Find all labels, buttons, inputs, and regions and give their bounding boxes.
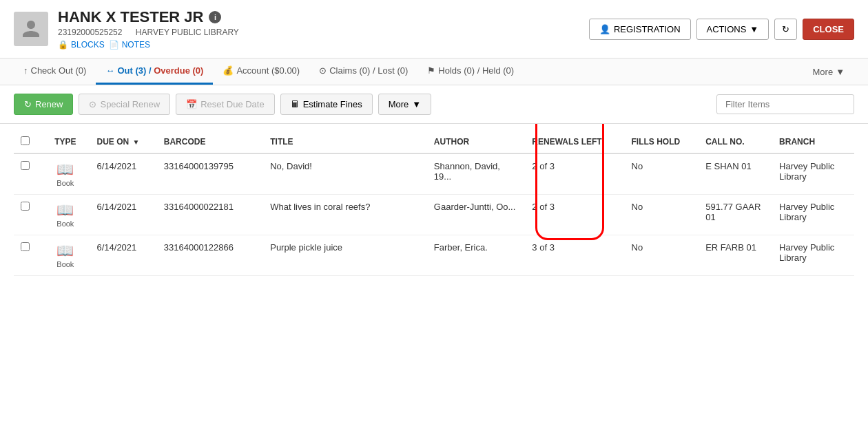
patron-links: 🔒 BLOCKS 📄 NOTES — [58, 40, 589, 50]
book-icon: 📖 — [56, 161, 74, 178]
row-barcode: 33164000139795 — [157, 153, 263, 195]
col-header-title: TITLE — [263, 131, 427, 153]
row-call: ER FARB 01 — [699, 235, 772, 276]
checkout-icon: ↑ — [23, 65, 28, 76]
col-header-branch: BRANCH — [772, 131, 854, 153]
row-author: Farber, Erica. — [427, 235, 526, 276]
nav-tabs: ↑ Check Out (0) ↔ Out (3) / Overdue (0) … — [0, 58, 868, 85]
actions-button[interactable]: ACTIONS ▼ — [696, 19, 769, 40]
notes-icon: 📄 — [109, 40, 119, 50]
type-label: Book — [56, 179, 74, 187]
patron-name-text: HANK X TESTER JR — [58, 8, 203, 26]
filter-input[interactable] — [716, 94, 854, 114]
col-header-call: CALL NO. — [699, 131, 772, 153]
patron-sub: 23192000525252 HARVEY PUBLIC LIBRARY — [58, 28, 589, 37]
row-fills: No — [625, 235, 699, 276]
items-table-wrapper: TYPE DUE ON ▼ BARCODE TITLE AUTHOR RENEW… — [0, 124, 868, 290]
renew-button[interactable]: ↻ Renew — [14, 94, 73, 115]
close-button[interactable]: CLOSE — [803, 19, 854, 40]
more-actions-button[interactable]: More ▼ — [378, 94, 432, 115]
tab-out[interactable]: ↔ Out (3) / Overdue (0) — [96, 58, 213, 85]
info-icon[interactable]: i — [209, 11, 221, 23]
holds-icon: ⚑ — [427, 65, 435, 76]
select-all-checkbox[interactable] — [21, 136, 30, 145]
tab-claims[interactable]: ⊙ Claims (0) / Lost (0) — [309, 58, 417, 85]
calculator-icon: 🖩 — [291, 99, 300, 109]
special-renew-icon: ⊙ — [89, 99, 96, 109]
registration-button[interactable]: 👤 REGISTRATION — [589, 19, 691, 40]
row-call: E SHAN 01 — [699, 153, 772, 195]
notes-link[interactable]: 📄 NOTES — [109, 40, 150, 50]
row-type: 📖 Book — [41, 195, 90, 235]
col-header-author: AUTHOR — [427, 131, 526, 153]
tab-checkout[interactable]: ↑ Check Out (0) — [14, 58, 96, 85]
col-header-renewals: RENEWALS LEFT — [525, 131, 624, 153]
row-title: What lives in coral reefs? — [263, 195, 427, 235]
refresh-button[interactable]: ↻ — [774, 19, 797, 40]
special-renew-button[interactable]: ⊙ Special Renew — [79, 94, 170, 115]
out-icon: ↔ — [105, 65, 114, 76]
row-type: 📖 Book — [41, 235, 90, 276]
row-checkbox[interactable] — [21, 242, 30, 251]
row-checkbox-cell — [14, 153, 41, 195]
col-header-barcode: BARCODE — [157, 131, 263, 153]
row-branch: Harvey Public Library — [772, 235, 854, 276]
row-fills: No — [625, 195, 699, 235]
reset-due-date-button[interactable]: 📅 Reset Due Date — [176, 94, 275, 115]
row-checkbox-cell — [14, 235, 41, 276]
more-tabs-button[interactable]: More ▼ — [803, 60, 855, 84]
claims-icon: ⊙ — [319, 65, 327, 76]
row-title: No, David! — [263, 153, 427, 195]
row-call: 591.77 GAAR 01 — [699, 195, 772, 235]
tab-holds[interactable]: ⚑ Holds (0) / Held (0) — [417, 58, 524, 85]
chevron-down-icon: ▼ — [836, 67, 845, 77]
book-icon: 📖 — [56, 242, 74, 259]
avatar — [14, 12, 48, 46]
table-row: 📖 Book 6/14/2021 33164000022181 What liv… — [14, 195, 854, 235]
account-icon: 💰 — [223, 65, 234, 76]
tab-account[interactable]: 💰 Account ($0.00) — [213, 58, 309, 85]
row-author: Shannon, David, 19... — [427, 153, 526, 195]
calendar-icon: 📅 — [186, 99, 197, 109]
chevron-down-icon: ▼ — [750, 24, 758, 34]
type-label: Book — [56, 220, 74, 228]
lock-icon: 🔒 — [58, 40, 68, 50]
table-row: 📖 Book 6/14/2021 33164000139795 No, Davi… — [14, 153, 854, 195]
blocks-link[interactable]: 🔒 BLOCKS — [58, 40, 105, 50]
row-type: 📖 Book — [41, 153, 90, 195]
row-checkbox-cell — [14, 195, 41, 235]
sort-icon: ▼ — [132, 138, 139, 146]
row-title: Purple pickle juice — [263, 235, 427, 276]
row-author: Gaarder-Juntti, Oo... — [427, 195, 526, 235]
table-row: 📖 Book 6/14/2021 33164000122866 Purple p… — [14, 235, 854, 276]
items-toolbar: ↻ Renew ⊙ Special Renew 📅 Reset Due Date… — [0, 85, 868, 124]
row-due: 6/14/2021 — [90, 153, 156, 195]
chevron-down-icon: ▼ — [412, 99, 421, 109]
user-icon: 👤 — [599, 24, 610, 34]
patron-info: HANK X TESTER JR i 23192000525252 HARVEY… — [58, 8, 589, 50]
col-header-type: TYPE — [41, 131, 90, 153]
row-barcode: 33164000122866 — [157, 235, 263, 276]
patron-header: HANK X TESTER JR i 23192000525252 HARVEY… — [0, 0, 868, 58]
row-renewals: 2 of 3 — [525, 153, 624, 195]
row-fills: No — [625, 153, 699, 195]
row-barcode: 33164000022181 — [157, 195, 263, 235]
items-table: TYPE DUE ON ▼ BARCODE TITLE AUTHOR RENEW… — [14, 131, 854, 276]
patron-branch: HARVEY PUBLIC LIBRARY — [136, 28, 239, 37]
row-branch: Harvey Public Library — [772, 153, 854, 195]
refresh-icon: ↻ — [782, 24, 789, 34]
row-checkbox[interactable] — [21, 161, 30, 170]
table-header-row: TYPE DUE ON ▼ BARCODE TITLE AUTHOR RENEW… — [14, 131, 854, 153]
row-due: 6/14/2021 — [90, 195, 156, 235]
patron-name-row: HANK X TESTER JR i — [58, 8, 589, 26]
row-renewals: 3 of 3 — [525, 235, 624, 276]
col-header-check — [14, 131, 41, 153]
header-actions: 👤 REGISTRATION ACTIONS ▼ ↻ CLOSE — [589, 19, 854, 40]
tab-out-label: Out (3) / Overdue (0) — [117, 65, 203, 76]
row-renewals: 2 of 3 — [525, 195, 624, 235]
estimate-fines-button[interactable]: 🖩 Estimate Fines — [280, 94, 373, 115]
col-header-due: DUE ON ▼ — [90, 131, 156, 153]
patron-id: 23192000525252 — [58, 28, 122, 37]
type-label: Book — [56, 260, 74, 268]
row-checkbox[interactable] — [21, 202, 30, 211]
